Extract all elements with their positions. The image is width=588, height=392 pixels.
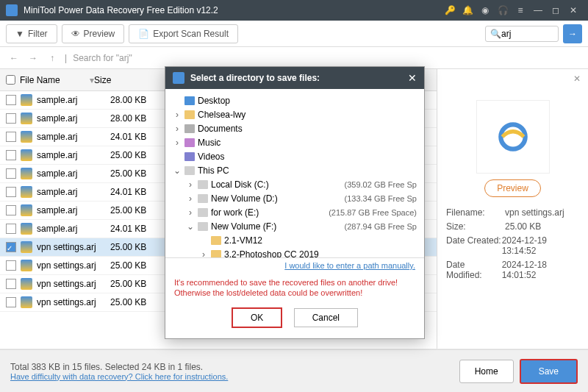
manual-path-link[interactable]: I would like to enter a path manually. [284, 261, 415, 270]
dialog-icon [173, 72, 184, 84]
export-icon: 📄 [138, 29, 149, 39]
file-size: 24.01 KB [110, 224, 154, 234]
menu-icon[interactable]: ≡ [512, 1, 529, 19]
file-icon [21, 186, 32, 198]
expand-icon[interactable]: › [173, 124, 182, 134]
tree-label: This PC [198, 165, 417, 176]
column-size[interactable]: Size [94, 75, 138, 85]
select-all-checkbox[interactable] [6, 75, 15, 85]
file-size: 25.00 KB [110, 297, 154, 307]
disc-icon[interactable]: ◉ [476, 1, 494, 19]
tree-node[interactable]: ›Local Disk (C:)(359.02 GB Free Sp [173, 177, 417, 191]
file-icon [21, 241, 32, 253]
tree-node[interactable]: 2.1-VM12 [173, 233, 417, 247]
preview-file-button[interactable]: Preview [484, 179, 541, 197]
file-name: vpn settings.arj [37, 279, 110, 289]
search-input[interactable] [501, 29, 545, 39]
search-box[interactable]: 🔍 [485, 26, 559, 42]
file-size: 25.00 KB [110, 150, 154, 160]
folder-icon [211, 250, 221, 259]
headset-icon[interactable]: 🎧 [494, 1, 512, 19]
file-name: sample.arj [37, 187, 110, 197]
minimize-icon[interactable]: — [529, 1, 547, 19]
expand-icon[interactable]: › [186, 179, 195, 190]
file-name: vpn settings.arj [37, 297, 110, 307]
bell-icon[interactable]: 🔔 [459, 1, 476, 19]
row-checkbox[interactable]: ✓ [6, 242, 16, 252]
directory-tree[interactable]: Desktop›Chelsea-lwy›Documents›MusicVideo… [165, 89, 424, 258]
expand-icon[interactable]: › [186, 193, 195, 204]
tree-label: Videos [198, 152, 417, 162]
meta-modified-value: 2024-12-18 14:01:52 [502, 260, 579, 280]
row-checkbox[interactable] [6, 297, 16, 307]
expand-icon[interactable]: ⌄ [186, 221, 195, 232]
drive-icon [184, 166, 195, 175]
ie-icon [495, 118, 531, 155]
row-checkbox[interactable] [6, 205, 16, 215]
tree-label: Music [198, 138, 417, 148]
preview-panel: ✕ Preview Filename:vpn settings.arj Size… [437, 69, 588, 349]
row-checkbox[interactable] [6, 113, 16, 124]
drive-icon [198, 222, 208, 231]
key-icon[interactable]: 🔑 [441, 1, 459, 19]
save-button[interactable]: Save [520, 359, 578, 384]
tree-label: Desktop [198, 96, 417, 106]
column-filename[interactable]: File Name [20, 75, 60, 85]
row-checkbox[interactable] [6, 279, 16, 289]
file-icon [21, 94, 32, 106]
tree-node[interactable]: ›3.2-Photoshop CC 2019 [173, 247, 417, 258]
tree-node[interactable]: ›Music [173, 135, 417, 149]
row-checkbox[interactable] [6, 132, 16, 142]
tree-node[interactable]: ›Documents [173, 121, 417, 135]
expand-icon[interactable]: › [173, 110, 182, 120]
file-size: 25.00 KB [110, 242, 154, 252]
close-icon[interactable]: ✕ [564, 1, 582, 19]
row-checkbox[interactable] [6, 187, 16, 197]
export-button[interactable]: 📄Export Scan Result [129, 24, 238, 43]
tree-node[interactable]: ⌄New Volume (F:)(287.94 GB Free Sp [173, 219, 417, 233]
home-button[interactable]: Home [459, 360, 514, 383]
preview-button[interactable]: 👁Preview [62, 24, 125, 43]
panel-close-icon[interactable]: ✕ [573, 74, 581, 84]
meta-size-value: 25.00 KB [505, 221, 541, 232]
file-icon [21, 260, 32, 271]
row-checkbox[interactable] [6, 168, 16, 179]
search-go-button[interactable]: → [563, 24, 582, 43]
expand-icon[interactable]: › [199, 249, 208, 259]
breadcrumb: Search for "arj" [73, 53, 132, 63]
row-checkbox[interactable] [6, 95, 16, 105]
back-icon[interactable]: ← [7, 53, 21, 63]
cancel-button[interactable]: Cancel [294, 308, 358, 327]
file-name: sample.arj [37, 224, 110, 234]
help-link[interactable]: Have difficulty with data recovery? Clic… [10, 372, 228, 381]
ok-button[interactable]: OK [232, 307, 282, 328]
free-space: (215.87 GB Free Space) [329, 208, 417, 217]
file-icon [21, 278, 32, 290]
meta-filename-value: vpn settings.arj [505, 207, 564, 218]
drive-icon [198, 180, 208, 189]
tree-node[interactable]: ⌄This PC [173, 163, 417, 177]
desktop-icon [184, 96, 195, 105]
forward-icon[interactable]: → [26, 53, 40, 63]
tree-label: for work (E:) [211, 207, 329, 218]
file-size: 25.00 KB [110, 279, 154, 289]
dialog-close-icon[interactable]: ✕ [408, 72, 417, 84]
footer: Total 383 KB in 15 files. Selected 24 KB… [0, 349, 588, 392]
tree-label: New Volume (D:) [211, 193, 345, 204]
expand-icon[interactable]: ⌄ [173, 165, 182, 176]
tree-node[interactable]: Desktop [173, 93, 417, 107]
row-checkbox[interactable] [6, 150, 16, 160]
row-checkbox[interactable] [6, 224, 16, 234]
tree-node[interactable]: ›Chelsea-lwy [173, 107, 417, 121]
row-checkbox[interactable] [6, 260, 16, 271]
tree-node[interactable]: ›New Volume (D:)(133.34 GB Free Sp [173, 191, 417, 205]
filter-button[interactable]: ▼Filter [6, 24, 57, 43]
expand-icon[interactable]: › [186, 207, 195, 218]
tree-node[interactable]: Videos [173, 149, 417, 163]
warning-text: It's recommended to save the recovered f… [165, 273, 424, 302]
maximize-icon[interactable]: ◻ [547, 1, 564, 19]
file-name: sample.arj [37, 168, 110, 179]
expand-icon[interactable]: › [173, 138, 182, 148]
up-icon[interactable]: ↑ [46, 53, 59, 63]
tree-node[interactable]: ›for work (E:)(215.87 GB Free Space) [173, 205, 417, 219]
